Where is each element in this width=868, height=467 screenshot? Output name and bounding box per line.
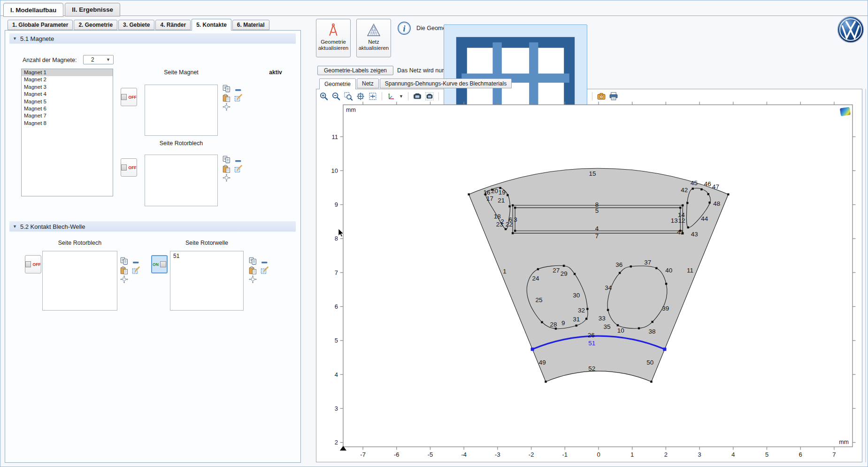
clear-selection-icon[interactable] [234,165,242,173]
update-geometry-button[interactable]: Geometrie aktualisieren [316,19,351,57]
toolbar-separator [592,92,592,101]
zoom-to-selection-icon[interactable] [223,103,230,111]
view-tab-geometrie[interactable]: Geometrie [319,78,356,89]
remove-selection-icon[interactable] [132,258,140,266]
svg-text:39: 39 [662,305,669,312]
aktiv-label: aktiv [266,69,285,76]
paste-selection-icon[interactable] [249,266,257,274]
toggle-knob [160,261,166,267]
magnet-list[interactable]: Magnet 1Magnet 2Magnet 3Magnet 4Magnet 5… [21,69,113,196]
selection-box-seite-rotorwelle[interactable]: 51 [170,251,244,311]
show-geometry-labels-button[interactable]: Geometrie-Labels zeigen [317,66,393,75]
toggle-kontakt-rotorblech[interactable]: OFF [25,255,41,273]
selection-content [43,251,117,253]
magnet-list-item[interactable]: Magnet 1 [22,69,113,76]
clear-selection-icon[interactable] [234,94,242,102]
svg-text:11: 11 [687,267,693,274]
snapshot-icon[interactable] [597,92,606,101]
magnet-list-item[interactable]: Magnet 7 [22,112,113,119]
vw-logo [837,16,865,44]
svg-text:9: 9 [561,319,565,327]
toggle-seite-rotorblech[interactable]: OFF [121,158,137,177]
view-tab-spannungs-dehnungs-kurve-des-blechmaterials[interactable]: Spannungs-Dehnungs-Kurve des Blechmateri… [380,78,512,88]
magnet-list-item[interactable]: Magnet 2 [22,76,113,83]
clear-selection-icon[interactable] [261,266,269,274]
svg-text:21: 21 [498,197,505,204]
toggle-seite-magnet[interactable]: OFF [121,88,137,106]
zoom-box-icon[interactable] [344,92,353,101]
paste-selection-icon[interactable] [223,165,230,173]
svg-text:15: 15 [589,170,596,177]
section-header-kontakt[interactable]: ▼ 5.2 Kontakt Blech-Welle [9,221,296,232]
tab-2-geometrie[interactable]: 2. Geometrie [74,20,117,30]
section-header-magnete[interactable]: ▼ 5.1 Magnete [9,33,296,44]
copy-selection-icon[interactable] [120,257,128,265]
clear-selection-icon[interactable] [132,266,140,274]
selection-box-kontakt-rotorblech[interactable] [42,251,117,311]
export-image-icon[interactable] [413,92,422,101]
copy-selection-icon[interactable] [223,156,230,163]
group-title-seite-rotorblech: Seite Rotorblech [145,140,218,147]
mesh-triangle-icon [366,23,381,38]
tab-5-kontakte[interactable]: 5. Kontakte [192,19,231,31]
update-mesh-button[interactable]: Netz aktualisieren [356,19,391,57]
view-tab-netz[interactable]: Netz [357,78,379,88]
svg-text:1: 1 [503,268,507,275]
tab-4-ränder[interactable]: 4. Ränder [155,20,191,30]
magnet-list-item[interactable]: Magnet 3 [22,84,113,91]
svg-text:mm: mm [346,107,356,113]
print-icon[interactable] [609,92,618,101]
geometry-plot[interactable]: -7-6-5-4-3-2-101234567234567891011mmmm12… [318,100,861,462]
toolbar-separator [438,92,439,101]
remove-selection-icon[interactable] [261,258,269,266]
selection-box-seite-magnet[interactable] [145,85,218,136]
toggle-state-label: OFF [128,95,137,100]
selection-box-seite-rotorblech[interactable] [145,155,218,206]
paste-selection-icon[interactable] [120,266,128,274]
remove-selection-icon[interactable] [234,157,242,165]
zoom-out-icon[interactable] [332,92,340,101]
model-step-tab-bar: 1. Globale Parameter2. Geometrie3. Gebie… [8,20,270,31]
svg-text:6: 6 [335,303,338,310]
svg-text:26: 26 [588,332,595,339]
magnet-list-item[interactable]: Magnet 5 [22,98,113,105]
paste-selection-icon[interactable] [223,94,230,102]
plot-thumbnail-icon[interactable] [840,107,851,117]
copy-selection-icon[interactable] [249,257,257,265]
svg-text:23: 23 [496,221,503,228]
view-axis-icon[interactable] [387,92,395,101]
svg-text:4: 4 [595,225,599,232]
export-animation-icon[interactable] [425,92,434,101]
magnet-list-item[interactable]: Magnet 6 [22,105,113,112]
svg-text:42: 42 [681,187,688,194]
tab-3-gebiete[interactable]: 3. Gebiete [118,20,154,30]
toggle-seite-rotorwelle[interactable]: ON [151,255,168,273]
magnet-list-item[interactable]: Magnet 8 [22,120,113,127]
chevron-down-icon[interactable]: ▼ [399,94,403,99]
copy-selection-icon[interactable] [223,85,230,93]
section-title: 5.2 Kontakt Blech-Welle [20,223,85,230]
magnet-list-item[interactable]: Magnet 4 [22,91,113,98]
zoom-to-selection-icon[interactable] [120,275,128,283]
tab-6-material[interactable]: 6. Material [232,20,269,30]
zoom-to-selection-icon[interactable] [249,275,257,283]
zoom-extents-icon[interactable] [356,92,365,101]
zoom-to-selection-icon[interactable] [223,174,230,182]
zoom-in-icon[interactable] [320,92,328,101]
svg-text:33: 33 [599,315,606,322]
svg-text:51: 51 [588,340,595,347]
tab-ii-ergebnisse[interactable]: II. Ergebnisse [65,3,120,16]
tabbar-divider [0,16,868,16]
remove-selection-icon[interactable] [234,86,242,94]
tab-1-globale-parameter[interactable]: 1. Globale Parameter [8,20,73,30]
svg-text:19: 19 [499,189,506,196]
svg-text:4: 4 [731,451,735,458]
magnet-count-dropdown[interactable]: 2 ▼ [83,55,114,64]
zoom-to-selection-icon[interactable] [369,92,377,101]
panel-gutter [865,89,866,462]
magnet-count-label: Anzahl der Magnete: [23,57,77,63]
svg-text:8: 8 [595,201,599,208]
button-label: Geometrie aktualisieren [316,39,350,51]
tab-i-modellaufbau[interactable]: I. Modellaufbau [3,3,63,17]
svg-text:-2: -2 [529,451,534,458]
